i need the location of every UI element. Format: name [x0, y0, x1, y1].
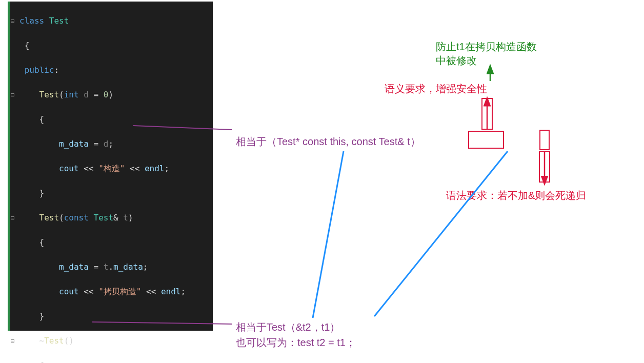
annotation-red-2: 语法要求：若不加&则会死递归 — [446, 189, 586, 203]
arrow-box-up — [482, 98, 492, 129]
connector-blue-2 — [374, 151, 508, 316]
constructor: Test — [39, 90, 59, 99]
arrow-box-down — [539, 151, 550, 182]
annotation-purple-2b: 也可以写为：test t2 = t1； — [236, 336, 356, 350]
keyword-class: class — [19, 16, 44, 26]
annotation-red-1: 语义要求，增强安全性 — [385, 82, 487, 96]
code-editor: ⊟class Test { public: ⊟ Test(int d = 0) … — [8, 2, 213, 331]
keyword-public: public — [25, 65, 54, 75]
annotation-green-1: 防止t1在拷贝构造函数 — [436, 40, 537, 54]
copy-constructor: Test — [39, 213, 59, 223]
highlight-box-const — [468, 131, 504, 149]
destructor: Test — [44, 336, 64, 346]
annotation-purple-1: 相当于（Test* const this, const Test& t） — [236, 135, 420, 149]
annotation-purple-2a: 相当于Test（&t2，t1） — [236, 320, 340, 334]
brace: { — [25, 41, 30, 50]
svg-rect-0 — [483, 99, 491, 129]
annotation-green-2: 中被修改 — [436, 54, 477, 68]
connector-blue-1 — [313, 151, 344, 318]
highlight-box-ampersand — [539, 130, 550, 150]
class-name: Test — [44, 16, 69, 26]
